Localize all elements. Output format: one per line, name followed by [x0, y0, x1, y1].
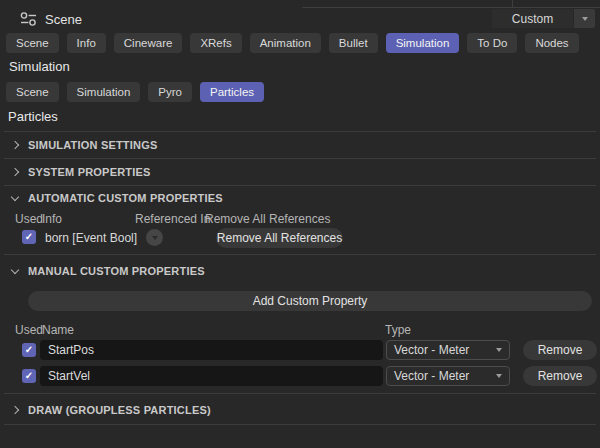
chevron-down-icon — [152, 236, 158, 240]
simulation-sub-tab-bar: Scene Simulation Pyro Particles — [6, 82, 264, 102]
tab-scene[interactable]: Scene — [6, 33, 59, 53]
property-type-dropdown[interactable]: Vector - Meter — [386, 340, 510, 360]
section-header-system-properties[interactable]: SYSTEM PROPERTIES — [12, 163, 151, 181]
property-type-value: Vector - Meter — [394, 343, 469, 357]
tab-cineware[interactable]: Cineware — [114, 33, 183, 53]
section-title: SIMULATION SETTINGS — [28, 139, 157, 151]
property-info-label: born [Event Bool] — [45, 231, 137, 245]
column-header-name: Name — [42, 323, 74, 337]
tab-animation[interactable]: Animation — [250, 33, 321, 53]
chevron-right-icon — [11, 168, 19, 176]
attribute-manager-panel: { "titlebar": { "title": "Scene", "prese… — [0, 0, 600, 448]
property-name-input[interactable] — [40, 366, 383, 386]
chevron-down-icon — [11, 266, 19, 274]
tab-todo[interactable]: To Do — [467, 33, 517, 53]
remove-button[interactable]: Remove — [523, 340, 597, 360]
preset-dropdown-arrow-button[interactable] — [574, 9, 595, 28]
divider — [4, 131, 596, 132]
preset-dropdown-value[interactable]: Custom — [492, 9, 573, 28]
subtab-pyro[interactable]: Pyro — [148, 82, 192, 102]
chevron-down-icon — [496, 348, 502, 352]
subpanel-label-particles: Particles — [8, 109, 58, 124]
subtab-simulation[interactable]: Simulation — [67, 82, 141, 102]
top-edge-column-divider — [512, 0, 513, 7]
column-header-type: Type — [385, 323, 411, 337]
divider — [4, 254, 596, 255]
top-edge-divider — [302, 7, 600, 8]
subtab-particles[interactable]: Particles — [200, 82, 264, 102]
section-header-manual-custom-properties[interactable]: MANUAL CUSTOM PROPERTIES — [12, 262, 205, 280]
preset-dropdown[interactable]: Custom — [492, 9, 595, 28]
column-header-referenced-in: Referenced In — [135, 212, 210, 226]
column-header-remove-all-references: Remove All References — [205, 212, 330, 226]
section-header-automatic-custom-properties[interactable]: AUTOMATIC CUSTOM PROPERTIES — [12, 189, 223, 207]
used-checkbox[interactable] — [22, 230, 36, 244]
panel-title: Scene — [45, 12, 82, 27]
property-type-value: Vector - Meter — [394, 369, 469, 383]
used-checkbox[interactable] — [22, 343, 36, 357]
column-header-used: Used — [15, 212, 43, 226]
tab-simulation[interactable]: Simulation — [386, 33, 460, 53]
chevron-right-icon — [11, 406, 19, 414]
section-header-simulation-settings[interactable]: SIMULATION SETTINGS — [12, 136, 157, 154]
property-type-dropdown[interactable]: Vector - Meter — [386, 366, 510, 386]
add-custom-property-button[interactable]: Add Custom Property — [28, 291, 592, 311]
section-title: DRAW (GROUPLESS PARTICLES) — [28, 404, 211, 416]
section-title: MANUAL CUSTOM PROPERTIES — [28, 265, 205, 277]
subtab-scene[interactable]: Scene — [6, 82, 59, 102]
remove-all-references-button[interactable]: Remove All References — [216, 228, 343, 248]
main-tab-bar: Scene Info Cineware XRefs Animation Bull… — [6, 33, 579, 53]
chevron-right-icon — [11, 141, 19, 149]
remove-button[interactable]: Remove — [523, 366, 597, 386]
group-label-simulation: Simulation — [9, 59, 70, 74]
divider — [4, 393, 596, 394]
divider — [4, 185, 596, 186]
column-header-used: Used — [15, 323, 43, 337]
referenced-in-dropdown-button[interactable] — [146, 229, 163, 246]
tab-bullet[interactable]: Bullet — [329, 33, 378, 53]
tab-info[interactable]: Info — [67, 33, 106, 53]
column-header-info: Info — [42, 212, 62, 226]
divider — [4, 424, 596, 425]
tab-xrefs[interactable]: XRefs — [190, 33, 241, 53]
section-title: SYSTEM PROPERTIES — [28, 166, 151, 178]
property-name-input[interactable] — [40, 340, 383, 360]
chevron-down-icon — [582, 17, 588, 21]
used-checkbox[interactable] — [22, 369, 36, 383]
scene-settings-icon — [20, 11, 38, 27]
section-header-draw-groupless-particles[interactable]: DRAW (GROUPLESS PARTICLES) — [12, 401, 211, 419]
divider — [4, 158, 596, 159]
section-title: AUTOMATIC CUSTOM PROPERTIES — [28, 192, 223, 204]
chevron-down-icon — [496, 374, 502, 378]
tab-nodes[interactable]: Nodes — [525, 33, 578, 53]
chevron-down-icon — [11, 193, 19, 201]
